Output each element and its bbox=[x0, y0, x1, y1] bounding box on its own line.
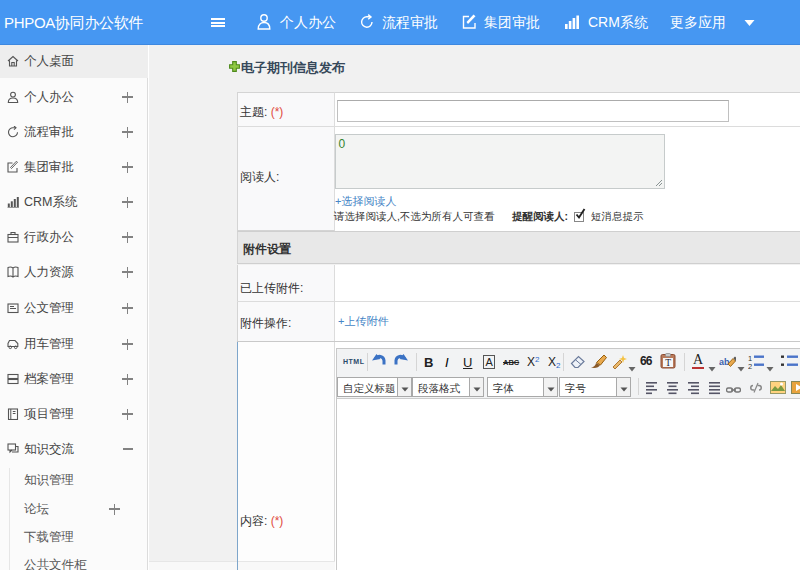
svg-text:T: T bbox=[665, 358, 671, 368]
svg-text:ab: ab bbox=[719, 357, 730, 367]
svg-text:2: 2 bbox=[748, 362, 752, 371]
